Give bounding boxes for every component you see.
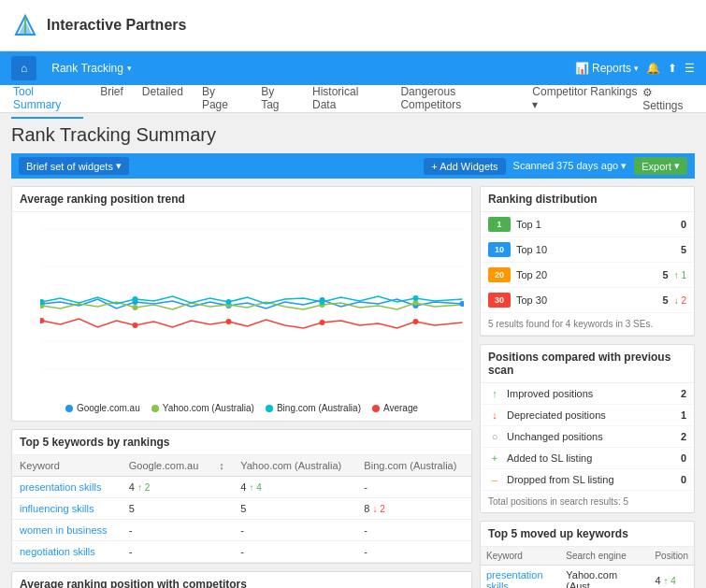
subnav-competitor-rankings[interactable]: Competitor Rankings ▾	[530, 79, 642, 119]
avg-competitors-card: Average ranking position with competitor…	[11, 571, 472, 588]
pos-label[interactable]: Unchanged positions	[507, 431, 681, 442]
svg-point-19	[133, 305, 138, 310]
moved-col-engine: Search engine	[560, 547, 649, 566]
svg-point-17	[460, 301, 465, 307]
total-note: Total positions in search results: 5	[481, 491, 694, 512]
pos-label[interactable]: Added to SL listing	[507, 452, 681, 464]
logo-icon	[11, 11, 39, 39]
avg-competitors-header: Average ranking position with competitor…	[12, 572, 471, 588]
kw-google: 4 ↑ 2	[122, 477, 212, 498]
pos-icon: ↑	[488, 388, 501, 399]
pos-count: 0	[681, 474, 686, 485]
positions-item: ↑ Improved positions 2	[481, 383, 694, 405]
moved-engine: Yahoo.com (Aust...	[560, 566, 649, 589]
subnav-historical[interactable]: Historical Data	[310, 79, 383, 119]
kw-cell[interactable]: women in business	[12, 520, 122, 541]
main-content: Average ranking position trend 1 10 20 3…	[0, 179, 706, 588]
kw-yahoo: -	[233, 520, 356, 541]
pos-icon: –	[488, 474, 501, 485]
subnav: Tool Summary Brief Detailed By Page By T…	[0, 85, 706, 113]
rank-tracking-nav[interactable]: Rank Tracking ▾	[40, 56, 143, 80]
rank-dist-item: 1 Top 1 0	[481, 212, 694, 237]
rank-badge: 20	[488, 267, 511, 282]
top5-moved-card: Top 5 moved up keywords Keyword Search e…	[480, 521, 695, 588]
col-bing: Bing.com (Australia)	[356, 455, 471, 477]
table-row: influencing skills 5 5 8 ↓ 2	[12, 498, 471, 520]
export-button[interactable]: Export ▾	[634, 157, 687, 175]
subnav-tool-summary[interactable]: Tool Summary	[11, 79, 83, 119]
positions-item: – Dropped from SL listing 0	[481, 469, 694, 491]
kw-google-sort[interactable]	[211, 498, 233, 520]
pos-label[interactable]: Improved positions	[507, 388, 681, 399]
svg-point-29	[133, 323, 138, 328]
subnav-detailed[interactable]: Detailed	[140, 79, 185, 119]
legend-average: Average	[372, 403, 418, 413]
svg-point-24	[133, 296, 138, 302]
reports-button[interactable]: 📊 Reports ▾	[575, 62, 639, 75]
kw-cell[interactable]: negotiation skills	[12, 541, 122, 563]
positions-list: ↑ Improved positions 2 ↓ Depreciated pos…	[481, 383, 694, 491]
keywords-table: Keyword Google.com.au ↕ Yahoo.com (Austr…	[12, 455, 471, 563]
moved-col-keyword: Keyword	[481, 547, 560, 566]
moved-header-row: Keyword Search engine Position	[481, 547, 694, 566]
header: Interactive Partners	[0, 0, 706, 51]
col-keyword: Keyword	[12, 455, 122, 477]
rank-dist-list: 1 Top 1 0 10 Top 10 5 20 Top 20 5 ↑ 1 30…	[481, 212, 694, 313]
avg-trend-svg: 1 10 20 30	[40, 220, 464, 379]
pos-icon: ○	[488, 431, 501, 442]
kw-cell[interactable]: presentation skills	[12, 477, 122, 498]
positions-compared-header: Positions compared with previous scan	[481, 345, 694, 383]
pos-label[interactable]: Depreciated positions	[507, 409, 681, 421]
svg-point-31	[320, 320, 325, 325]
col-google-arrow: ↕	[211, 455, 233, 477]
moved-table: Keyword Search engine Position presentat…	[481, 547, 694, 588]
rank-tracking-caret: ▾	[127, 64, 132, 73]
kw-cell[interactable]: influencing skills	[12, 498, 122, 520]
legend-google-dot	[65, 405, 73, 412]
ranking-dist-header: Ranking distribution	[481, 187, 694, 212]
add-widgets-button[interactable]: + Add Widgets	[424, 158, 505, 175]
svg-point-26	[320, 299, 325, 305]
notifications-icon[interactable]: 🔔	[646, 62, 660, 75]
subnav-dangerous[interactable]: Dangerous Competitors	[398, 79, 515, 119]
avg-trend-legend: Google.com.au Yahoo.com (Australia) Bing…	[12, 399, 471, 421]
col-yahoo: Yahoo.com (Australia)	[233, 455, 356, 477]
logo-text: Interactive Partners	[47, 17, 186, 34]
home-button[interactable]: ⌂	[11, 56, 36, 80]
table-row: negotiation skills - - -	[12, 541, 471, 563]
svg-point-30	[226, 319, 232, 324]
avg-trend-chart-area: 1 10 20 30	[12, 212, 471, 399]
subnav-brief[interactable]: Brief	[98, 79, 125, 119]
top5-moved-header: Top 5 moved up keywords	[481, 522, 694, 547]
kw-yahoo: 5	[233, 498, 356, 520]
legend-yahoo-dot	[151, 405, 159, 412]
menu-icon[interactable]: ☰	[684, 62, 695, 75]
toolbar-right: + Add Widgets Scanned 375 days ago ▾ Exp…	[424, 157, 687, 175]
kw-google-sort[interactable]	[211, 520, 233, 541]
kw-google-sort[interactable]	[211, 541, 233, 563]
pos-count: 1	[681, 409, 686, 421]
navbar-right: 📊 Reports ▾ 🔔 ⬆ ☰	[575, 62, 695, 75]
table-row: presentation skills 4 ↑ 2 4 ↑ 4 -	[12, 477, 471, 498]
rank-label: Top 30	[516, 294, 663, 306]
kw-google: -	[122, 520, 212, 541]
share-icon[interactable]: ⬆	[668, 62, 677, 75]
navbar-left: ⌂ Rank Tracking ▾	[11, 56, 143, 80]
kw-bing: -	[356, 520, 471, 541]
pos-count: 0	[681, 452, 686, 464]
kw-google-sort[interactable]	[211, 477, 233, 498]
rank-count: 5	[663, 269, 669, 280]
settings-button[interactable]: ⚙ Settings	[642, 86, 695, 112]
subnav-by-page[interactable]: By Page	[200, 79, 244, 119]
moved-keyword[interactable]: presentation skills	[481, 566, 560, 589]
pos-label[interactable]: Dropped from SL listing	[507, 474, 681, 485]
moved-col-position: Position	[649, 547, 694, 566]
scanned-info: Scanned 375 days ago ▾	[513, 160, 627, 172]
rank-label: Top 20	[516, 269, 663, 280]
top5-keywords-header: Top 5 keywords by rankings	[12, 430, 471, 455]
widget-set-button[interactable]: Brief set of widgets ▾	[19, 157, 129, 175]
legend-avg-dot	[372, 405, 380, 412]
rank-count: 5	[681, 244, 686, 255]
subnav-by-tag[interactable]: By Tag	[259, 79, 295, 119]
pos-icon: +	[488, 452, 501, 464]
